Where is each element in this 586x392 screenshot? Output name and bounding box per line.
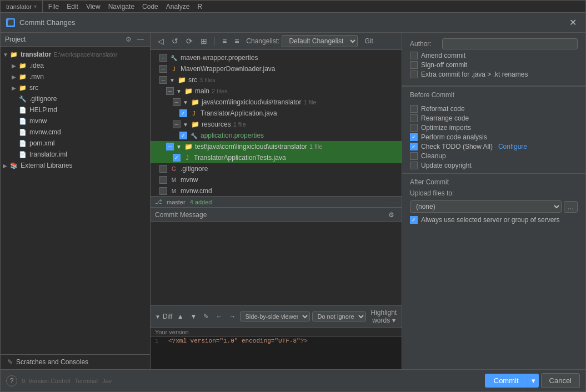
- upload-more-btn[interactable]: ...: [564, 201, 578, 213]
- tree-item-src[interactable]: ▶ 📁 src: [1, 82, 150, 93]
- tree-item-external[interactable]: ▶ 📚 External Libraries: [1, 160, 150, 171]
- menu-code[interactable]: Code: [139, 2, 162, 12]
- java-tab[interactable]: Jav: [102, 378, 112, 384]
- update-copyright-checkbox[interactable]: [410, 162, 418, 169]
- list-item[interactable]: ─ 🔧 maven-wrapper.properties: [151, 52, 402, 63]
- amend-commit-checkbox[interactable]: [410, 52, 418, 59]
- folder-icon: 📁: [18, 61, 27, 70]
- ide-tab-translator[interactable]: translator ▾: [1, 1, 43, 12]
- list-item[interactable]: M mvnw.cmd: [151, 185, 402, 196]
- tree-item-gitignore[interactable]: 🔧 .gitignore: [1, 93, 150, 104]
- menu-file[interactable]: File: [45, 2, 62, 12]
- tree-item-mvn[interactable]: ▶ 📁 .mvn: [1, 71, 150, 82]
- update-copyright-label: Update copyright: [421, 162, 472, 169]
- list-item[interactable]: ─ ▼ 📁 src 3 files: [151, 74, 402, 86]
- file-checkbox[interactable]: ─: [159, 76, 167, 84]
- file-label: .gitignore: [181, 165, 208, 173]
- tree-item-root[interactable]: ▼ 📁 translator E:\workspace\translator: [1, 49, 150, 60]
- list-item[interactable]: ✓ J TranslatorApplicationTests.java: [151, 152, 402, 163]
- code-analysis-checkbox[interactable]: ✓: [410, 133, 418, 141]
- list-item[interactable]: ─ ▼ 📁 test\java\com\lingxicloud\uis\tran…: [151, 141, 402, 152]
- diff-ignore-select[interactable]: Do not ignore: [312, 311, 366, 321]
- commit-msg-settings-btn[interactable]: ⚙: [385, 210, 397, 220]
- author-input[interactable]: [442, 38, 578, 49]
- tree-item-mvnw-cmd[interactable]: 📄 mvnw.cmd: [1, 127, 150, 138]
- check-todo-checkbox[interactable]: ✓: [410, 143, 418, 150]
- file-checkbox[interactable]: ─: [173, 120, 181, 128]
- file-checkbox[interactable]: ─: [159, 54, 167, 62]
- before-commit-title: Before Commit: [402, 86, 585, 101]
- file-checkbox[interactable]: ─: [166, 143, 174, 150]
- reformat-checkbox[interactable]: [410, 105, 418, 113]
- list-item[interactable]: ─ ▼ 📁 java\com\lingxicloud\uis\translato…: [151, 97, 402, 108]
- commit-msg-textarea[interactable]: [151, 222, 402, 305]
- extra-commit-checkbox[interactable]: [410, 71, 418, 78]
- file-checkbox[interactable]: ✓: [173, 154, 181, 162]
- diff-next-btn[interactable]: ▼: [188, 311, 199, 321]
- file-checkbox[interactable]: ✓: [179, 132, 187, 139]
- tree-label: HELP.md: [29, 106, 57, 114]
- list-item[interactable]: G .gitignore: [151, 163, 402, 174]
- file-checkbox[interactable]: ✓: [179, 109, 187, 117]
- refresh-btn[interactable]: ↺: [169, 36, 181, 47]
- file-label: TranslatorApplicationTests.java: [194, 154, 286, 162]
- before-commit-options: Reformat code Rearrange code Optimize im…: [402, 101, 585, 173]
- file-checkbox[interactable]: ─: [159, 65, 167, 73]
- close-button[interactable]: ✕: [566, 16, 580, 29]
- list-item[interactable]: ─ ▼ 📁 main 2 files: [151, 86, 402, 97]
- tree-item-iml[interactable]: 📄 translator.iml: [1, 149, 150, 160]
- list-item[interactable]: ✓ J TranslatorApplication.java: [151, 108, 402, 119]
- commit-dropdown-button[interactable]: ▾: [528, 374, 539, 388]
- diff-edit-btn[interactable]: ✎: [201, 311, 211, 321]
- menu-view[interactable]: View: [83, 2, 104, 12]
- cancel-button[interactable]: Cancel: [541, 373, 580, 388]
- list-item[interactable]: M mvnw: [151, 174, 402, 185]
- sidebar-minimize-btn[interactable]: —: [136, 35, 146, 44]
- version-control-tab[interactable]: 9: Version Control: [22, 378, 70, 384]
- scratches-item[interactable]: ✎ Scratches and Consoles: [5, 357, 146, 367]
- file-checkbox[interactable]: [159, 187, 167, 195]
- tree-item-idea[interactable]: ▶ 📁 .idea: [1, 60, 150, 71]
- file-checkbox[interactable]: [159, 176, 167, 184]
- diff-back-btn[interactable]: ←: [213, 311, 224, 321]
- tree-item-help[interactable]: 📄 HELP.md: [1, 104, 150, 115]
- always-use-checkbox[interactable]: ✓: [410, 216, 418, 224]
- tree-label: src: [29, 84, 38, 92]
- terminal-tab[interactable]: Terminal: [74, 378, 98, 384]
- tree-item-mvnw[interactable]: 📄 mvnw: [1, 115, 150, 127]
- menu-edit[interactable]: Edit: [63, 2, 82, 12]
- group-btn[interactable]: ⊞: [198, 36, 210, 47]
- file-icon: 📄: [18, 117, 27, 125]
- diff-collapse-arrow[interactable]: ▼: [155, 314, 161, 320]
- upload-select[interactable]: (none): [410, 200, 562, 213]
- diff-prev-btn[interactable]: ▲: [175, 311, 186, 321]
- list-item[interactable]: ─ J MavenWrapperDownloader.java: [151, 63, 402, 74]
- commit-main-button[interactable]: Commit: [485, 374, 528, 388]
- list-item[interactable]: ✓ 🔧 application.properties: [151, 130, 402, 141]
- tree-item-pom[interactable]: 📄 pom.xml: [1, 138, 150, 149]
- menu-analyze[interactable]: Analyze: [163, 2, 193, 12]
- menu-r[interactable]: R: [194, 2, 206, 12]
- file-count: 2 files: [212, 88, 228, 94]
- file-checkbox[interactable]: [159, 165, 167, 173]
- expand-btn[interactable]: ≡: [219, 36, 229, 47]
- cleanup-checkbox[interactable]: [410, 152, 418, 160]
- collapse-btn[interactable]: ≡: [232, 36, 242, 47]
- list-item[interactable]: ─ ▼ 📁 resources 1 file: [151, 119, 402, 130]
- reload-btn[interactable]: ⟳: [183, 36, 196, 47]
- help-button[interactable]: ?: [6, 375, 17, 386]
- file-checkbox[interactable]: ─: [166, 87, 174, 95]
- diff-forward-btn[interactable]: →: [227, 311, 238, 321]
- configure-link[interactable]: Configure: [498, 143, 527, 150]
- changelist-select[interactable]: Default Changelist: [282, 35, 358, 47]
- file-checkbox[interactable]: ─: [173, 98, 181, 106]
- sign-off-checkbox[interactable]: [410, 61, 418, 69]
- menu-navigate[interactable]: Navigate: [105, 2, 138, 12]
- diff-viewer-select[interactable]: Side-by-side viewer: [240, 311, 310, 321]
- file-icon: 📄: [18, 150, 27, 159]
- sidebar-gear-btn[interactable]: ⚙: [124, 35, 133, 44]
- refresh-back-btn[interactable]: ◁: [155, 36, 167, 47]
- rearrange-checkbox[interactable]: [410, 114, 418, 122]
- optimize-checkbox[interactable]: [410, 124, 418, 132]
- diff-highlight-btn[interactable]: Highlight words ▾: [368, 308, 399, 325]
